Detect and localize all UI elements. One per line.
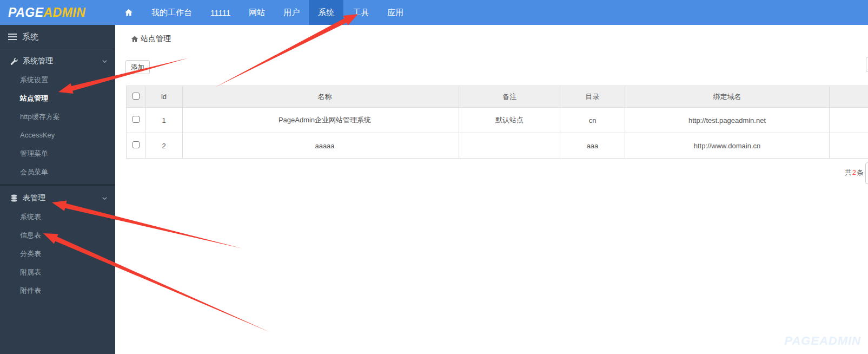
wrench-icon — [10, 57, 18, 65]
row-checkbox[interactable] — [132, 116, 140, 123]
table-header-row: id名称备注目录绑定域名 — [127, 86, 868, 108]
sidebar-group-label: 系统管理 — [23, 56, 97, 66]
sidebar: 系统 系统管理系统设置站点管理http缓存方案AccessKey管理菜单会员菜单… — [0, 25, 115, 354]
cell-name: aaaaa — [183, 133, 459, 159]
row-select-cell — [127, 133, 145, 159]
sidebar-group-label: 表管理 — [23, 193, 97, 203]
column-header: 名称 — [183, 86, 459, 108]
cell-id: 1 — [145, 108, 183, 133]
hamburger-icon — [8, 34, 17, 40]
cell-note: 默认站点 — [459, 108, 560, 133]
cell-dir: aaa — [560, 133, 625, 159]
topnav-item[interactable]: 工具 — [343, 0, 378, 25]
table-row: 1PageAdmin企业网站管理系统默认站点cnhttp://test.page… — [127, 108, 868, 133]
sidebar-group-header[interactable]: 表管理 — [0, 188, 115, 208]
pageadmin-window: PAGEADMIN 我的工作台11111网站用户系统工具应用 系统 系统管理系统… — [0, 0, 868, 354]
record-count: 共2条 — [845, 168, 864, 178]
sidebar-item[interactable]: 信息表 — [0, 226, 115, 245]
pageadmin-logo: PAGEADMIN — [0, 0, 115, 25]
sidebar-group: 系统管理系统设置站点管理http缓存方案AccessKey管理菜单会员菜单 — [0, 49, 115, 181]
count-prefix: 共 — [845, 168, 852, 176]
column-header-cut — [830, 86, 868, 108]
page-size-select-cut[interactable] — [865, 162, 868, 184]
cell-domain: http://test.pageadmin.net — [625, 108, 830, 133]
chevron-down-icon — [102, 58, 108, 64]
home-icon — [131, 35, 138, 43]
count-number: 2 — [852, 168, 857, 176]
sidebar-item[interactable]: 系统设置 — [0, 71, 115, 89]
main-content: 站点管理 添加 id名称备注目录绑定域名 1PageAdmin企业网站管理系统默… — [115, 25, 868, 354]
top-menu: 我的工作台11111网站用户系统工具应用 — [115, 0, 413, 25]
row-checkbox[interactable] — [132, 141, 140, 148]
sidebar-menu: 系统管理系统设置站点管理http缓存方案AccessKey管理菜单会员菜单表管理… — [0, 49, 115, 300]
toolbar-right-button-cut[interactable] — [866, 57, 868, 72]
sidebar-header-label: 系统 — [22, 32, 38, 42]
home-icon — [124, 8, 133, 17]
cell-id: 2 — [145, 133, 183, 159]
sidebar-item[interactable]: 会员菜单 — [0, 163, 115, 181]
select-all-cell — [127, 86, 145, 108]
cell-name: PageAdmin企业网站管理系统 — [183, 108, 459, 133]
logo-text-page: PAGE — [8, 5, 43, 20]
sidebar-group: 表管理系统表信息表分类表附属表附件表 — [0, 186, 115, 300]
sidebar-header[interactable]: 系统 — [0, 25, 115, 49]
cell-cut — [830, 133, 868, 159]
sidebar-item[interactable]: AccessKey — [0, 126, 115, 145]
table-row: 2aaaaaaaahttp://www.domain.cn — [127, 133, 868, 159]
column-header: 备注 — [459, 86, 560, 108]
topnav-item[interactable]: 系统 — [309, 0, 343, 25]
top-navigation-bar: PAGEADMIN 我的工作台11111网站用户系统工具应用 — [0, 0, 868, 25]
column-header: 绑定域名 — [625, 86, 830, 108]
sidebar-item[interactable]: 附属表 — [0, 263, 115, 281]
sidebar-item[interactable]: 附件表 — [0, 281, 115, 300]
row-select-cell — [127, 108, 145, 133]
sidebar-item[interactable]: 管理菜单 — [0, 145, 115, 163]
topnav-item-home[interactable] — [115, 0, 142, 25]
select-all-checkbox[interactable] — [132, 93, 140, 100]
topnav-item[interactable]: 用户 — [274, 0, 309, 25]
cell-domain: http://www.domain.cn — [625, 133, 830, 159]
breadcrumb: 站点管理 — [131, 34, 171, 44]
sidebar-item[interactable]: http缓存方案 — [0, 108, 115, 126]
topnav-item[interactable]: 11111 — [201, 0, 240, 25]
cell-note — [459, 133, 560, 159]
sidebar-item[interactable]: 站点管理 — [0, 89, 115, 108]
topnav-item[interactable]: 应用 — [378, 0, 413, 25]
watermark-text: PAGEADMIN — [784, 334, 861, 348]
sidebar-item[interactable]: 系统表 — [0, 208, 115, 226]
cell-cut — [830, 108, 868, 133]
column-header: id — [145, 86, 183, 108]
sites-table: id名称备注目录绑定域名 1PageAdmin企业网站管理系统默认站点cnhtt… — [126, 86, 868, 159]
sidebar-item[interactable]: 分类表 — [0, 245, 115, 263]
cell-dir: cn — [560, 108, 625, 133]
topnav-item[interactable]: 网站 — [240, 0, 274, 25]
database-icon — [10, 194, 18, 202]
chevron-down-icon — [102, 195, 108, 201]
logo-text-admin: ADMIN — [43, 5, 85, 20]
sidebar-group-header[interactable]: 系统管理 — [0, 51, 115, 71]
column-header: 目录 — [560, 86, 625, 108]
page-title: 站点管理 — [141, 34, 171, 44]
add-button[interactable]: 添加 — [125, 60, 150, 74]
count-suffix: 条 — [857, 168, 864, 176]
topnav-item[interactable]: 我的工作台 — [142, 0, 201, 25]
